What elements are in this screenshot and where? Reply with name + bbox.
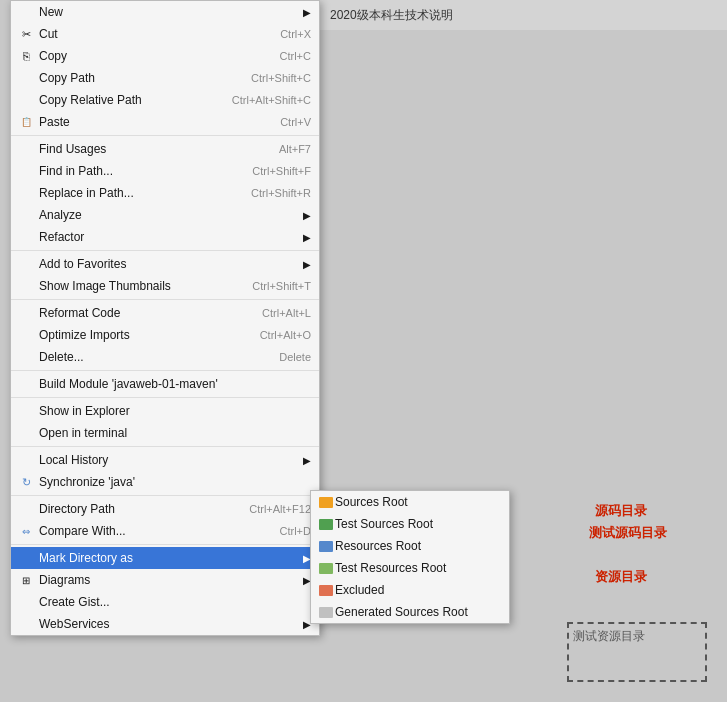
menu-item-webservices[interactable]: WebServices▶ (11, 613, 319, 635)
submenu-icon-sources-root (317, 493, 335, 511)
menu-label-show-in-explorer: Show in Explorer (39, 404, 311, 418)
menu-label-compare-with: Compare With... (39, 524, 260, 538)
menu-item-local-history[interactable]: Local History▶ (11, 449, 319, 471)
menu-item-reformat-code[interactable]: Reformat CodeCtrl+Alt+L (11, 302, 319, 324)
menu-label-find-usages: Find Usages (39, 142, 259, 156)
menu-icon-local-history (17, 451, 35, 469)
menu-icon-diagrams: ⊞ (17, 571, 35, 589)
menu-label-copy: Copy (39, 49, 260, 63)
menu-item-optimize-imports[interactable]: Optimize ImportsCtrl+Alt+O (11, 324, 319, 346)
submenu-item-test-resources-root[interactable]: Test Resources Root (311, 557, 509, 579)
menu-icon-open-in-terminal (17, 424, 35, 442)
menu-icon-delete (17, 348, 35, 366)
menu-item-analyze[interactable]: Analyze▶ (11, 204, 319, 226)
menu-item-cut[interactable]: ✂CutCtrl+X (11, 23, 319, 45)
menu-item-paste[interactable]: 📋PasteCtrl+V (11, 111, 319, 133)
menu-item-refactor[interactable]: Refactor▶ (11, 226, 319, 248)
menu-item-add-to-favorites[interactable]: Add to Favorites▶ (11, 253, 319, 275)
menu-shortcut-copy-relative-path: Ctrl+Alt+Shift+C (232, 94, 311, 106)
menu-icon-directory-path (17, 500, 35, 518)
menu-icon-find-usages (17, 140, 35, 158)
menu-separator (11, 135, 319, 136)
menu-icon-webservices (17, 615, 35, 633)
menu-label-new: New (39, 5, 299, 19)
menu-label-open-in-terminal: Open in terminal (39, 426, 311, 440)
menu-label-paste: Paste (39, 115, 260, 129)
menu-icon-copy-path (17, 69, 35, 87)
title-area: 2020级本科生技术说明 (320, 0, 727, 30)
menu-item-compare-with[interactable]: ⇔Compare With...Ctrl+D (11, 520, 319, 542)
dashed-box-test-resources: 测试资源目录 (567, 622, 707, 682)
menu-label-webservices: WebServices (39, 617, 299, 631)
menu-item-open-in-terminal[interactable]: Open in terminal (11, 422, 319, 444)
submenu-label-generated-sources-root: Generated Sources Root (335, 605, 501, 619)
menu-item-build-module[interactable]: Build Module 'javaweb-01-maven' (11, 373, 319, 395)
context-menu: New▶✂CutCtrl+X⎘CopyCtrl+CCopy PathCtrl+S… (10, 0, 320, 636)
menu-item-copy-path[interactable]: Copy PathCtrl+Shift+C (11, 67, 319, 89)
menu-shortcut-directory-path: Ctrl+Alt+F12 (249, 503, 311, 515)
menu-shortcut-paste: Ctrl+V (280, 116, 311, 128)
menu-separator (11, 299, 319, 300)
submenu-item-resources-root[interactable]: Resources Root (311, 535, 509, 557)
menu-item-create-gist[interactable]: Create Gist... (11, 591, 319, 613)
submenu-item-excluded[interactable]: Excluded (311, 579, 509, 601)
menu-icon-synchronize: ↻ (17, 473, 35, 491)
menu-icon-compare-with: ⇔ (17, 522, 35, 540)
menu-shortcut-show-image-thumbnails: Ctrl+Shift+T (252, 280, 311, 292)
menu-icon-copy: ⎘ (17, 47, 35, 65)
menu-label-optimize-imports: Optimize Imports (39, 328, 240, 342)
menu-icon-new (17, 3, 35, 21)
menu-item-find-usages[interactable]: Find UsagesAlt+F7 (11, 138, 319, 160)
menu-label-reformat-code: Reformat Code (39, 306, 242, 320)
menu-icon-build-module (17, 375, 35, 393)
menu-item-diagrams[interactable]: ⊞Diagrams▶ (11, 569, 319, 591)
menu-item-delete[interactable]: Delete...Delete (11, 346, 319, 368)
menu-item-find-in-path[interactable]: Find in Path...Ctrl+Shift+F (11, 160, 319, 182)
menu-shortcut-copy-path: Ctrl+Shift+C (251, 72, 311, 84)
submenu-arrow-refactor: ▶ (303, 232, 311, 243)
menu-shortcut-reformat-code: Ctrl+Alt+L (262, 307, 311, 319)
menu-icon-copy-relative-path (17, 91, 35, 109)
submenu-icon-generated-sources-root (317, 603, 335, 621)
menu-separator (11, 446, 319, 447)
menu-item-synchronize[interactable]: ↻Synchronize 'java' (11, 471, 319, 493)
menu-icon-find-in-path (17, 162, 35, 180)
submenu-mark-directory: Sources RootTest Sources RootResources R… (310, 490, 510, 624)
submenu-label-excluded: Excluded (335, 583, 501, 597)
menu-icon-paste: 📋 (17, 113, 35, 131)
menu-label-delete: Delete... (39, 350, 259, 364)
menu-item-copy[interactable]: ⎘CopyCtrl+C (11, 45, 319, 67)
menu-label-synchronize: Synchronize 'java' (39, 475, 311, 489)
dashed-box-label: 测试资源目录 (569, 624, 705, 649)
submenu-icon-test-sources-root (317, 515, 335, 533)
menu-icon-optimize-imports (17, 326, 35, 344)
menu-item-copy-relative-path[interactable]: Copy Relative PathCtrl+Alt+Shift+C (11, 89, 319, 111)
menu-shortcut-copy: Ctrl+C (280, 50, 311, 62)
menu-shortcut-find-usages: Alt+F7 (279, 143, 311, 155)
menu-item-new[interactable]: New▶ (11, 1, 319, 23)
menu-item-mark-directory-as[interactable]: Mark Directory as▶ (11, 547, 319, 569)
submenu-arrow-new: ▶ (303, 7, 311, 18)
menu-label-build-module: Build Module 'javaweb-01-maven' (39, 377, 311, 391)
menu-icon-refactor (17, 228, 35, 246)
menu-item-directory-path[interactable]: Directory PathCtrl+Alt+F12 (11, 498, 319, 520)
submenu-arrow-analyze: ▶ (303, 210, 311, 221)
menu-icon-create-gist (17, 593, 35, 611)
menu-label-diagrams: Diagrams (39, 573, 299, 587)
submenu-item-test-sources-root[interactable]: Test Sources Root (311, 513, 509, 535)
menu-item-show-in-explorer[interactable]: Show in Explorer (11, 400, 319, 422)
submenu-item-sources-root[interactable]: Sources Root (311, 491, 509, 513)
menu-shortcut-cut: Ctrl+X (280, 28, 311, 40)
submenu-item-generated-sources-root[interactable]: Generated Sources Root (311, 601, 509, 623)
menu-item-show-image-thumbnails[interactable]: Show Image ThumbnailsCtrl+Shift+T (11, 275, 319, 297)
submenu-arrow-add-to-favorites: ▶ (303, 259, 311, 270)
menu-label-add-to-favorites: Add to Favorites (39, 257, 299, 271)
menu-icon-show-image-thumbnails (17, 277, 35, 295)
annotation-resources: 资源目录 (595, 568, 647, 586)
submenu-label-sources-root: Sources Root (335, 495, 501, 509)
menu-item-replace-in-path[interactable]: Replace in Path...Ctrl+Shift+R (11, 182, 319, 204)
menu-label-copy-relative-path: Copy Relative Path (39, 93, 212, 107)
menu-shortcut-delete: Delete (279, 351, 311, 363)
annotation-test-sources: 测试源码目录 (589, 524, 667, 542)
annotation-sources: 源码目录 (595, 502, 647, 520)
